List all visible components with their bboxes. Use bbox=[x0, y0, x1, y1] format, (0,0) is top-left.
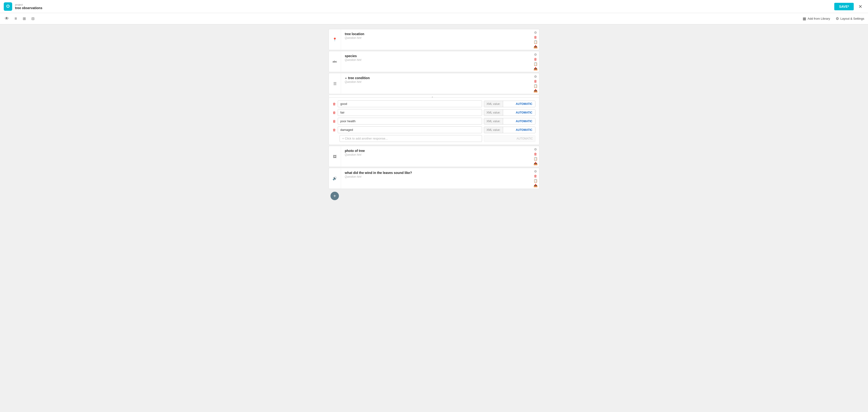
hierarchy-icon[interactable]: ⊟ bbox=[30, 15, 35, 22]
main-content: 📍 tree location Question hint ⚙ 🗑 📋 📤 ab… bbox=[0, 24, 868, 412]
choice-row: 🗑 XML value: AUTOMATIC bbox=[333, 100, 535, 107]
export-icon[interactable]: 📤 bbox=[533, 45, 537, 49]
question-content: what did the wind in the leaves sound li… bbox=[341, 168, 532, 189]
resize-handle-row: ▲ bbox=[329, 95, 539, 97]
gear-icon[interactable]: ⚙ bbox=[534, 148, 537, 151]
delete-choice-icon[interactable]: 🗑 bbox=[333, 102, 336, 106]
export-icon[interactable]: 📤 bbox=[533, 184, 537, 187]
question-hint: Question hint bbox=[345, 58, 528, 62]
question-hint: Question hint bbox=[345, 175, 528, 179]
question-content: tree location Question hint bbox=[341, 29, 532, 50]
add-choice-input[interactable]: + Click to add another response... bbox=[340, 135, 482, 142]
question-title: species bbox=[345, 54, 528, 58]
gear-icon[interactable]: ⚙ bbox=[534, 169, 537, 173]
xml-label: XML value: bbox=[484, 118, 503, 124]
layout-settings-button[interactable]: ⚙ Layout & Settings bbox=[836, 17, 864, 21]
top-bar-right: SAVE* ✕ bbox=[834, 3, 864, 10]
export-icon[interactable]: 📤 bbox=[533, 67, 537, 70]
copy-icon[interactable]: 📋 bbox=[533, 40, 537, 44]
question-title: photo of tree bbox=[345, 149, 528, 153]
question-title: tree location bbox=[345, 32, 528, 36]
question-actions: ⚙ 🗑 📋 📤 bbox=[532, 168, 539, 189]
xml-value-display: XML value: AUTOMATIC bbox=[484, 109, 535, 116]
gear-icon[interactable]: ⚙ bbox=[534, 53, 537, 56]
add-choice-row: + Click to add another response... AUTOM… bbox=[333, 135, 535, 142]
project-info: project tree observations bbox=[15, 3, 42, 10]
question-row: 🔊 what did the wind in the leaves sound … bbox=[329, 168, 539, 189]
question-hint: Question hint bbox=[345, 36, 528, 39]
library-icon: ▦ bbox=[803, 17, 806, 21]
dropdown-indicator: ▼ bbox=[345, 77, 347, 80]
question-content: species Question hint bbox=[341, 51, 532, 72]
choice-input[interactable] bbox=[338, 100, 482, 107]
project-label: project bbox=[15, 3, 42, 6]
delete-choice-icon[interactable]: 🗑 bbox=[333, 111, 336, 115]
top-bar-left: O project tree observations bbox=[4, 2, 42, 11]
xml-auto: AUTOMATIC bbox=[503, 118, 535, 124]
settings-icon: ⚙ bbox=[836, 17, 839, 21]
question-content: ▼ tree condition Question hint bbox=[341, 73, 532, 94]
question-hint: Question hint bbox=[345, 80, 528, 84]
copy-icon[interactable]: 📋 bbox=[533, 84, 537, 88]
question-row: 🖼 photo of tree Question hint ⚙ 🗑 📋 📤 bbox=[329, 146, 539, 167]
add-from-library-button[interactable]: ▦ Add from Library bbox=[803, 17, 830, 21]
question-title: what did the wind in the leaves sound li… bbox=[345, 171, 528, 175]
choice-row: 🗑 XML value: AUTOMATIC bbox=[333, 109, 535, 116]
type-icon-audio: 🔊 bbox=[329, 168, 341, 189]
question-row: 📍 tree location Question hint ⚙ 🗑 📋 📤 bbox=[329, 29, 539, 50]
gear-icon[interactable]: ⚙ bbox=[534, 31, 537, 34]
type-icon-select: ☰ bbox=[329, 73, 341, 94]
xml-auto: AUTOMATIC bbox=[503, 101, 535, 107]
type-icon-location: 📍 bbox=[329, 29, 341, 50]
form-container: 📍 tree location Question hint ⚙ 🗑 📋 📤 ab… bbox=[329, 29, 539, 200]
toolbar-right: ▦ Add from Library ⚙ Layout & Settings bbox=[803, 17, 864, 21]
delete-icon[interactable]: 🗑 bbox=[534, 57, 537, 61]
choice-row: 🗑 XML value: AUTOMATIC bbox=[333, 118, 535, 125]
xml-value-display: XML value: AUTOMATIC bbox=[484, 127, 535, 133]
toolbar-left: 👁 ≡ ⊞ ⊟ bbox=[4, 15, 35, 22]
top-bar: O project tree observations SAVE* ✕ bbox=[0, 0, 868, 13]
choice-row: 🗑 XML value: AUTOMATIC bbox=[333, 126, 535, 133]
app-icon: O bbox=[4, 2, 12, 11]
xml-label: XML value: bbox=[484, 109, 503, 116]
delete-choice-icon[interactable]: 🗑 bbox=[333, 128, 336, 132]
question-row: abc species Question hint ⚙ 🗑 📋 📤 bbox=[329, 51, 539, 72]
copy-icon[interactable]: 📋 bbox=[533, 62, 537, 66]
close-button[interactable]: ✕ bbox=[857, 3, 864, 10]
question-title: tree condition bbox=[348, 76, 370, 80]
delete-icon[interactable]: 🗑 bbox=[534, 80, 537, 83]
choice-input[interactable] bbox=[338, 109, 482, 116]
save-button[interactable]: SAVE* bbox=[834, 3, 854, 10]
add-xml-empty: AUTOMATIC bbox=[484, 135, 535, 142]
add-question-button[interactable]: + bbox=[331, 192, 339, 200]
grid-icon[interactable]: ⊞ bbox=[22, 15, 27, 22]
export-icon[interactable]: 📤 bbox=[533, 89, 537, 92]
type-icon-text: abc bbox=[329, 51, 341, 72]
resize-handle[interactable]: ▲ bbox=[431, 96, 437, 97]
choices-section: 🗑 XML value: AUTOMATIC 🗑 XML value: AUTO… bbox=[329, 97, 539, 145]
xml-value-display: XML value: AUTOMATIC bbox=[484, 101, 535, 107]
xml-label-empty: AUTOMATIC bbox=[517, 137, 533, 140]
toolbar: 👁 ≡ ⊞ ⊟ ▦ Add from Library ⚙ Layout & Se… bbox=[0, 13, 868, 24]
delete-choice-icon[interactable]: 🗑 bbox=[333, 119, 336, 123]
type-icon-photo: 🖼 bbox=[329, 146, 341, 167]
preview-icon[interactable]: 👁 bbox=[4, 15, 10, 22]
project-name: tree observations bbox=[15, 6, 42, 10]
delete-icon[interactable]: 🗑 bbox=[534, 152, 537, 156]
list-icon[interactable]: ≡ bbox=[13, 15, 18, 22]
xml-label: XML value: bbox=[484, 101, 503, 107]
xml-value-display: XML value: AUTOMATIC bbox=[484, 118, 535, 125]
question-actions: ⚙ 🗑 📋 📤 bbox=[532, 73, 539, 94]
delete-icon[interactable]: 🗑 bbox=[534, 35, 537, 39]
xml-auto: AUTOMATIC bbox=[503, 127, 535, 133]
choice-input[interactable] bbox=[338, 118, 482, 125]
question-actions: ⚙ 🗑 📋 📤 bbox=[532, 51, 539, 72]
choice-input[interactable] bbox=[338, 126, 482, 133]
copy-icon[interactable]: 📋 bbox=[533, 179, 537, 183]
delete-icon[interactable]: 🗑 bbox=[534, 174, 537, 178]
copy-icon[interactable]: 📋 bbox=[533, 157, 537, 161]
gear-icon[interactable]: ⚙ bbox=[534, 75, 537, 78]
xml-auto: AUTOMATIC bbox=[503, 109, 535, 116]
xml-label: XML value: bbox=[484, 127, 503, 133]
export-icon[interactable]: 📤 bbox=[533, 161, 537, 165]
